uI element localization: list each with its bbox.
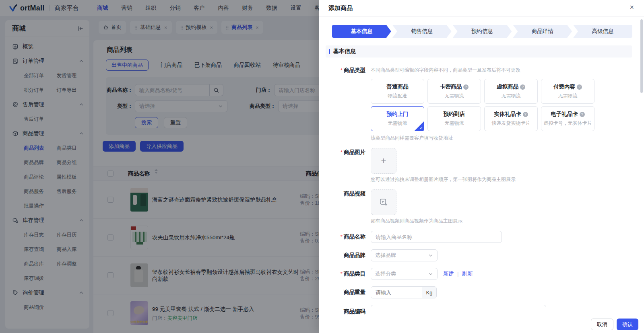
required-mark: * [341, 149, 343, 155]
image-upload-box[interactable]: + [371, 148, 396, 174]
app-root: ortMall 商家平台 商城 营销 组织 分销 客户 内容 财务 数据 设置 … [0, 0, 644, 333]
type-card-card-key[interactable]: 卡密商品? 无需物流 [427, 79, 481, 104]
weight-input-group: Kg [371, 286, 437, 298]
help-icon[interactable]: ? [523, 112, 528, 117]
step-basic-info[interactable]: 基本信息 [332, 25, 391, 38]
weight-input[interactable] [371, 287, 422, 298]
product-type-hint: 不同商品类型可编辑的字段内容不同，商品类型一旦发布后将不可更改 [371, 66, 632, 74]
cancel-button[interactable]: 取消 [591, 319, 613, 330]
confirm-button[interactable]: 确认 [617, 319, 638, 330]
help-icon[interactable]: ? [577, 84, 582, 90]
video-upload-note: 如有商品视频则商品视频作为商品主图展示 [371, 218, 632, 224]
field-product-weight: 商品重量 Kg [319, 286, 632, 298]
video-upload-box[interactable] [371, 189, 396, 215]
check-icon: ✓ [420, 126, 423, 130]
chevron-down-icon [428, 271, 433, 276]
type-card-physical-gift-card[interactable]: 实体礼品卡? 快递发货实物卡片 [484, 106, 538, 131]
weight-unit: Kg [422, 287, 436, 298]
brand-select[interactable]: 选择品牌 [371, 249, 438, 261]
drawer-header: 添加商品 × [319, 0, 644, 17]
help-icon[interactable]: ? [520, 84, 525, 90]
video-upload-icon [379, 198, 388, 207]
drawer-body: 基本信息 销售信息 预约信息 商品详情 高级信息 基本信息 *商品类型 不同商品… [319, 17, 644, 315]
chevron-down-icon [428, 253, 433, 258]
section-accent-bar [329, 49, 330, 54]
section-basic-info: 基本信息 [326, 45, 632, 58]
add-product-drawer: 添加商品 × 基本信息 销售信息 预约信息 商品详情 高级信息 基本信息 *商品… [319, 0, 644, 333]
type-card-virtual[interactable]: 虚拟商品? 无需物流 [484, 79, 538, 104]
step-sales-info[interactable]: 销售信息 [392, 25, 452, 38]
field-product-video: 商品视频 如有商品视频则商品视频作为商品主图展示 [319, 189, 632, 224]
type-card-in-store[interactable]: 预约到店 无需物流 [427, 106, 481, 131]
help-icon[interactable]: ? [580, 112, 585, 117]
type-card-paid-content[interactable]: 付费内容? 无需物流 [541, 79, 594, 104]
step-tabs: 基本信息 销售信息 预约信息 商品详情 高级信息 [332, 25, 632, 38]
step-advanced-info[interactable]: 高级信息 [573, 25, 632, 38]
new-category-link[interactable]: 新建 [443, 270, 454, 278]
type-card-door-to-door[interactable]: 预约上门 无需物流 ✓ [371, 106, 424, 131]
required-mark: * [341, 271, 343, 277]
product-type-note: 该类型商品同样需要客户填写收货地址 [371, 135, 632, 142]
type-card-e-gift-card[interactable]: 电子礼品卡? 虚拟卡号，无实体卡片 [541, 106, 594, 131]
field-product-category: *商品类目 选择分类 新建 | 刷新 [319, 268, 632, 280]
type-card-normal[interactable]: 普通商品 物流配送 [371, 79, 424, 104]
category-select[interactable]: 选择分类 [371, 268, 438, 280]
image-upload-note: 您可以通过拖拽来调整相册图片顺序，第一张图将作为商品主图展示 [371, 176, 632, 183]
drawer-title: 添加商品 [328, 4, 353, 12]
refresh-category-link[interactable]: 刷新 [462, 270, 473, 278]
close-drawer-icon[interactable]: × [630, 4, 634, 11]
field-product-images: *商品图片 + 您可以通过拖拽来调整相册图片顺序，第一张图将作为商品主图展示 [319, 148, 632, 183]
drawer-scrollbar-thumb[interactable] [640, 19, 643, 93]
field-product-brand: 商品品牌 选择品牌 [319, 249, 632, 261]
required-mark: * [341, 234, 343, 240]
help-icon[interactable]: ? [463, 84, 469, 90]
required-mark: * [341, 67, 343, 73]
product-name-field[interactable] [371, 231, 502, 243]
step-product-detail[interactable]: 商品详情 [513, 25, 572, 38]
link-divider: | [457, 271, 459, 277]
basic-info-form: *商品类型 不同商品类型可编辑的字段内容不同，商品类型一旦发布后将不可更改 普通… [319, 66, 644, 315]
field-product-type: *商品类型 不同商品类型可编辑的字段内容不同，商品类型一旦发布后将不可更改 普通… [319, 66, 632, 142]
plus-icon: + [381, 156, 386, 166]
field-product-code: 商品编码 [319, 305, 632, 315]
product-code-input[interactable] [371, 305, 546, 315]
field-product-name: *商品名称 [319, 231, 632, 243]
step-booking-info[interactable]: 预约信息 [453, 25, 512, 38]
drawer-footer: 取消 确认 [319, 315, 644, 333]
product-type-options: 普通商品 物流配送 卡密商品? 无需物流 虚拟商品? 无需物流 [371, 79, 632, 131]
